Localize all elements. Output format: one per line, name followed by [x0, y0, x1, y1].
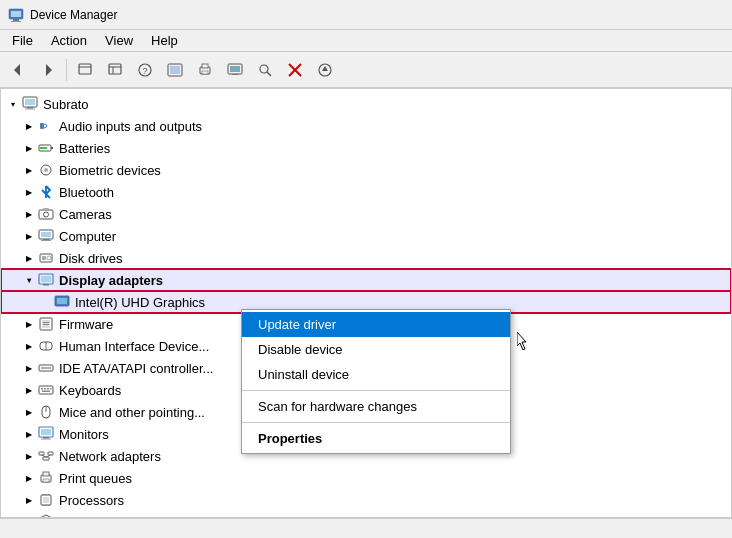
svg-rect-74: [39, 452, 44, 455]
expand-computer[interactable]: ▶: [21, 225, 37, 247]
svg-rect-65: [50, 388, 52, 390]
keyboard-icon: [37, 381, 55, 399]
expand-hid[interactable]: ▶: [21, 335, 37, 357]
toolbar-monitor[interactable]: [221, 56, 249, 84]
bluetooth-label: Bluetooth: [59, 185, 114, 200]
disk-label: Disk drives: [59, 251, 123, 266]
print-label: Print queues: [59, 471, 132, 486]
expand-audio[interactable]: ▶: [21, 115, 37, 137]
svg-rect-48: [41, 276, 51, 282]
tree-item-batteries[interactable]: ▶ Batteries: [1, 137, 731, 159]
svg-rect-80: [43, 472, 49, 476]
tree-item-audio[interactable]: ▶ Audio inputs and outputs: [1, 115, 731, 137]
tree-item-print[interactable]: ▶ Print queues: [1, 467, 731, 489]
expand-bluetooth[interactable]: ▶: [21, 181, 37, 203]
monitors-label: Monitors: [59, 427, 109, 442]
context-menu-uninstall-device[interactable]: Uninstall device: [242, 362, 510, 387]
toolbar-refresh-2[interactable]: [101, 56, 129, 84]
svg-marker-4: [14, 64, 20, 76]
svg-rect-2: [13, 19, 19, 21]
toolbar-help[interactable]: ?: [131, 56, 159, 84]
context-menu: Update driver Disable device Uninstall d…: [241, 309, 511, 454]
expand-ide[interactable]: ▶: [21, 357, 37, 379]
battery-icon: [37, 139, 55, 157]
menu-view[interactable]: View: [97, 31, 141, 50]
menu-help[interactable]: Help: [143, 31, 186, 50]
tree-item-cameras[interactable]: ▶ Cameras: [1, 203, 731, 225]
expand-keyboards[interactable]: ▶: [21, 379, 37, 401]
context-menu-sep2: [242, 422, 510, 423]
svg-rect-39: [43, 208, 49, 211]
svg-rect-20: [232, 74, 238, 75]
tree-item-bluetooth[interactable]: ▶ Bluetooth: [1, 181, 731, 203]
expand-processors[interactable]: ▶: [21, 489, 37, 511]
tree-item-security[interactable]: ▶ Security devices: [1, 511, 731, 517]
svg-rect-17: [202, 71, 208, 74]
expand-security[interactable]: ▶: [21, 511, 37, 517]
batteries-label: Batteries: [59, 141, 110, 156]
firmware-label: Firmware: [59, 317, 113, 332]
toolbar-print[interactable]: [191, 56, 219, 84]
tree-root-subrato[interactable]: ▾ Subrato: [1, 93, 731, 115]
context-menu-update-driver[interactable]: Update driver: [242, 312, 510, 337]
expand-network[interactable]: ▶: [21, 445, 37, 467]
keyboards-label: Keyboards: [59, 383, 121, 398]
svg-rect-62: [41, 388, 43, 390]
expand-firmware[interactable]: ▶: [21, 313, 37, 335]
toolbar-delete[interactable]: [281, 56, 309, 84]
tree-item-computer[interactable]: ▶ Computer: [1, 225, 731, 247]
toolbar-update[interactable]: [311, 56, 339, 84]
expand-batteries[interactable]: ▶: [21, 137, 37, 159]
expand-arrow-root[interactable]: ▾: [5, 93, 21, 115]
expand-biometric[interactable]: ▶: [21, 159, 37, 181]
tree-item-biometric[interactable]: ▶ Biometric devices: [1, 159, 731, 181]
svg-rect-29: [27, 107, 33, 109]
svg-rect-72: [43, 437, 49, 439]
computer-label: Computer: [59, 229, 116, 244]
app-icon: [8, 7, 24, 23]
svg-rect-1: [11, 11, 21, 17]
svg-rect-34: [51, 147, 53, 149]
svg-point-36: [44, 168, 48, 172]
tree-item-processors[interactable]: ▶ Processors: [1, 489, 731, 511]
toolbar-back[interactable]: [4, 56, 32, 84]
ide-label: IDE ATA/ATAPI controller...: [59, 361, 213, 376]
expand-cameras[interactable]: ▶: [21, 203, 37, 225]
expand-display[interactable]: ▾: [21, 269, 37, 291]
svg-point-46: [47, 256, 51, 260]
menu-file[interactable]: File: [4, 31, 41, 50]
mice-label: Mice and other pointing...: [59, 405, 205, 420]
svg-rect-83: [43, 497, 49, 503]
svg-rect-41: [41, 232, 51, 237]
svg-rect-76: [43, 457, 49, 460]
biometric-label: Biometric devices: [59, 163, 161, 178]
svg-rect-42: [43, 239, 49, 240]
svg-rect-54: [43, 322, 49, 323]
context-menu-scan[interactable]: Scan for hardware changes: [242, 394, 510, 419]
toolbar-list[interactable]: [161, 56, 189, 84]
svg-rect-71: [41, 429, 51, 435]
display-label: Display adapters: [59, 273, 163, 288]
toolbar-forward[interactable]: [34, 56, 62, 84]
svg-rect-61: [39, 386, 53, 394]
tree-item-disk[interactable]: ▶ Disk drives: [1, 247, 731, 269]
display-icon: [37, 271, 55, 289]
toolbar-refresh-1[interactable]: [71, 56, 99, 84]
title-bar-text: Device Manager: [30, 8, 117, 22]
expand-monitors[interactable]: ▶: [21, 423, 37, 445]
camera-icon: [37, 205, 55, 223]
expand-disk[interactable]: ▶: [21, 247, 37, 269]
main-content: ▾ Subrato ▶ Audio inputs and outputs: [0, 88, 732, 518]
svg-rect-51: [57, 298, 67, 304]
svg-rect-73: [41, 439, 51, 440]
menu-action[interactable]: Action: [43, 31, 95, 50]
expand-mice[interactable]: ▶: [21, 401, 37, 423]
svg-marker-5: [46, 64, 52, 76]
expand-print[interactable]: ▶: [21, 467, 37, 489]
tree-item-display[interactable]: ▾ Display adapters: [1, 269, 731, 291]
toolbar-search[interactable]: [251, 56, 279, 84]
context-menu-properties[interactable]: Properties: [242, 426, 510, 451]
ide-icon: [37, 359, 55, 377]
context-menu-disable-device[interactable]: Disable device: [242, 337, 510, 362]
svg-rect-81: [43, 479, 49, 482]
